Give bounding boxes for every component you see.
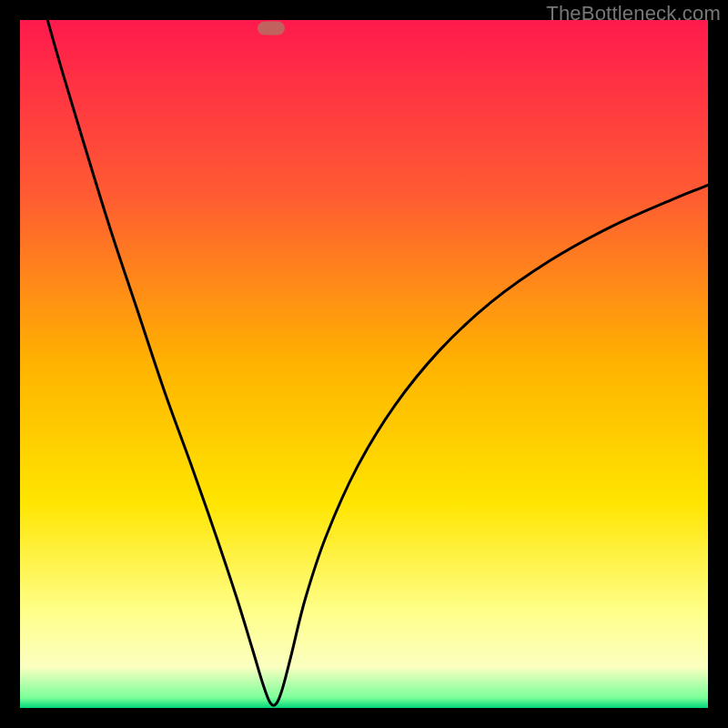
optimal-marker — [258, 22, 285, 35]
chart-frame — [20, 20, 708, 708]
bottleneck-chart — [20, 20, 708, 708]
gradient-background — [20, 20, 708, 708]
